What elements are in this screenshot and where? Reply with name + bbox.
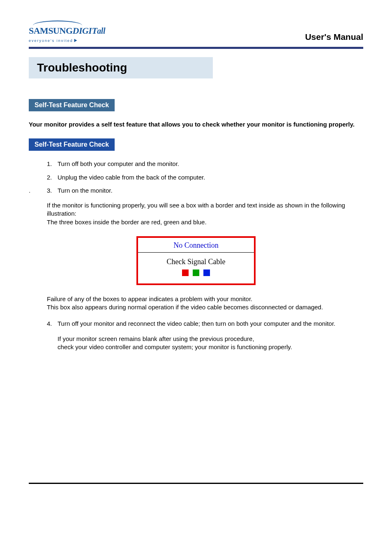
page-header: SAMSUNG DIGITall everyone's invited User… (29, 25, 363, 44)
page-title-bar: Troubleshooting (29, 57, 363, 78)
blue-square-icon (203, 269, 210, 276)
after-step-3-line-a: If the monitor is functioning properly, … (47, 201, 363, 218)
logo-text: SAMSUNG DIGITall (29, 25, 105, 36)
failure-line-a: Failure of any of the boxes to appear in… (47, 295, 363, 303)
step-3-text: Turn on the monitor. (58, 187, 113, 194)
dot-marker: . (29, 187, 30, 195)
after-step-4-line-a: If your monitor screen remains blank aft… (58, 335, 363, 343)
section-heading: Self-Test Feature Check (29, 99, 115, 111)
red-square-icon (182, 269, 189, 276)
sub-heading: Self-Test Feature Check (29, 138, 115, 151)
manual-label: User's Manual (305, 32, 363, 44)
step-2: Unplug the video cable from the back of … (47, 173, 363, 182)
step-3: . Turn on the monitor. (47, 187, 363, 195)
section-intro: Your monitor provides a self test featur… (29, 120, 363, 129)
after-step-3-block: If the monitor is functioning properly, … (29, 201, 363, 226)
failure-line-b: This box also appears during normal oper… (47, 303, 363, 311)
step-1: Turn off both your computer and the moni… (47, 160, 363, 168)
steps-list-2: Turn off your monitor and reconnect the … (29, 320, 363, 328)
monitor-no-connection: No Connection (138, 238, 254, 252)
monitor-check-cable: Check Signal Cable (138, 253, 254, 269)
footer-divider (29, 483, 363, 484)
logo-suffix2: all (97, 26, 105, 36)
step-4: Turn off your monitor and reconnect the … (47, 320, 363, 328)
after-step-4-block: If your monitor screen remains blank aft… (39, 335, 363, 352)
logo-suffix1: DIGIT (73, 25, 97, 36)
steps-list: Turn off both your computer and the moni… (29, 160, 363, 195)
page-title: Troubleshooting (37, 61, 355, 74)
header-divider (29, 47, 363, 49)
green-square-icon (193, 269, 199, 276)
after-step-4-line-b: check your video controller and computer… (58, 343, 363, 351)
after-step-3-line-b: The three boxes inside the border are re… (47, 218, 363, 226)
logo-tagline: everyone's invited (29, 39, 73, 43)
brand-logo: SAMSUNG DIGITall everyone's invited (29, 25, 105, 44)
triangle-icon (74, 39, 77, 42)
monitor-color-row (138, 269, 254, 283)
logo-tagline-row: everyone's invited (29, 36, 77, 44)
failure-block: Failure of any of the boxes to appear in… (29, 295, 363, 312)
monitor-illustration: No Connection Check Signal Cable (136, 236, 256, 285)
logo-swoosh (33, 21, 82, 25)
logo-brand: SAMSUNG (29, 25, 73, 36)
